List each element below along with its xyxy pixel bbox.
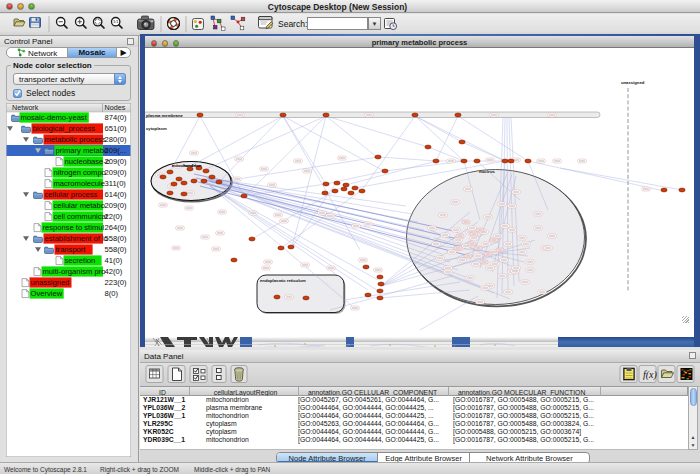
svg-text:874(0): 874(0) (105, 113, 127, 122)
svg-text:311(0): 311(0) (105, 179, 127, 188)
svg-text:209(...: 209(... (105, 146, 127, 155)
svg-text:280(0): 280(0) (105, 135, 127, 144)
svg-text:Network: Network (12, 103, 39, 112)
svg-text:651(0): 651(0) (105, 124, 127, 133)
svg-text:cellular metabo: cellular metabo (54, 201, 106, 210)
svg-text:8(0): 8(0) (105, 289, 119, 298)
svg-text:establishment of lo: establishment of lo (45, 234, 108, 243)
svg-text:multi-organism pro: multi-organism pro (43, 267, 106, 276)
svg-text:nucleus: nucleus (479, 169, 495, 174)
svg-text:558(0): 558(0) (105, 245, 127, 254)
svg-text:cellular process: cellular process (45, 190, 98, 199)
svg-text:nitrogen compo: nitrogen compo (54, 168, 106, 177)
svg-text:secretion: secretion (65, 256, 96, 265)
svg-text:f(x): f(x) (643, 369, 658, 381)
svg-text:209(0): 209(0) (105, 168, 127, 177)
svg-text:unassigned: unassigned (621, 80, 645, 85)
svg-text:558(0): 558(0) (105, 234, 127, 243)
svg-text:macromolecule: macromolecule (54, 179, 106, 188)
svg-text:transport: transport (56, 245, 87, 254)
svg-text:22(0): 22(0) (105, 212, 123, 221)
svg-text:cell communicat: cell communicat (54, 212, 109, 221)
svg-text:209(0): 209(0) (105, 201, 127, 210)
svg-text:614(0): 614(0) (105, 190, 127, 199)
svg-text:cytoplasm: cytoplasm (146, 126, 167, 131)
svg-text:unassigned: unassigned (31, 278, 70, 287)
svg-text:response to stimul: response to stimul (43, 223, 105, 232)
svg-text:1:1: 1:1 (113, 20, 118, 24)
svg-text:Nodes: Nodes (105, 103, 126, 112)
svg-text:mosaic-demo-yeast: mosaic-demo-yeast (21, 113, 88, 122)
svg-text:primary metabo: primary metabo (56, 146, 109, 155)
svg-text:Overview: Overview (31, 289, 63, 298)
svg-text:41(0): 41(0) (105, 256, 123, 265)
svg-text:biological_process: biological_process (33, 124, 96, 133)
svg-text:209(0): 209(0) (105, 157, 127, 166)
svg-text:plasma membrane: plasma membrane (146, 113, 183, 118)
svg-text:42(0): 42(0) (105, 267, 123, 276)
svg-text:metabolic process: metabolic process (45, 135, 106, 144)
svg-text:nucleobase-c: nucleobase-c (65, 157, 110, 166)
svg-text:mitochondrion: mitochondrion (172, 163, 202, 168)
svg-text:endoplasmic reticulum: endoplasmic reticulum (260, 278, 306, 283)
svg-text:223(0): 223(0) (105, 278, 127, 287)
svg-text:264(0): 264(0) (105, 223, 127, 232)
